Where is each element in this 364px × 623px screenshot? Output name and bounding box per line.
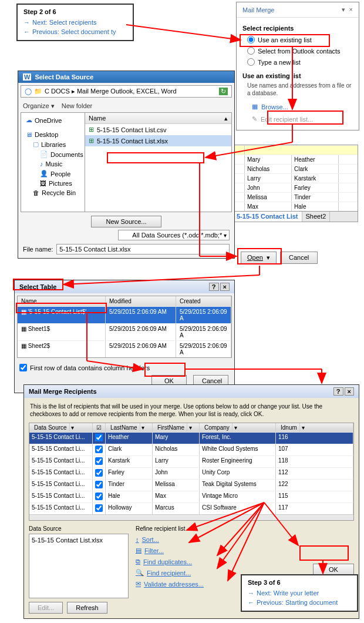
validate-icon: ✉ bbox=[136, 580, 141, 588]
step3-next-label: Next: Write your letter bbox=[257, 589, 319, 597]
sheet-tab-2[interactable]: Sheet2 bbox=[302, 212, 331, 222]
mmr-scrollbar[interactable] bbox=[29, 514, 353, 520]
tree-recycle[interactable]: 🗑Recycle Bin bbox=[23, 188, 82, 197]
step2-next-label: Next: Select recipients bbox=[32, 19, 96, 26]
radio-outlook-label: Select from Outlook contacts bbox=[258, 48, 341, 55]
select-data-source-window: WSelect Data Source ◯📁C DOCS ▸ Mail Merg… bbox=[18, 71, 235, 259]
close-icon[interactable]: × bbox=[345, 387, 354, 396]
arrow-left-icon: ← bbox=[248, 599, 254, 606]
first-row-label: First row of data contains column header… bbox=[30, 364, 150, 371]
radio-new-list[interactable]: Type a new list bbox=[242, 56, 353, 68]
excel-icon: ⊞ bbox=[89, 137, 94, 145]
highlight-select-table-title bbox=[13, 279, 63, 290]
music-icon: ♪ bbox=[40, 160, 43, 168]
file-xlsx[interactable]: ⊞5-15-15 Contact List.xlsx bbox=[85, 135, 231, 146]
tree-onedrive[interactable]: ☁OneDrive bbox=[23, 115, 82, 125]
mm-pane-controls: ▾ × bbox=[342, 6, 353, 14]
step3-next[interactable]: →Next: Write your letter bbox=[248, 588, 351, 598]
highlight-xlsx bbox=[107, 152, 204, 163]
recipient-row[interactable]: 5-15-15 Contact Li...TinderMelissaTeak D… bbox=[29, 479, 353, 491]
step2-prev[interactable]: ←Previous: Select document ty bbox=[23, 27, 127, 36]
recipient-row[interactable]: 5-15-15 Contact Li...KarstarkLarryRoster… bbox=[29, 455, 353, 467]
cloud-icon: ☁ bbox=[26, 116, 32, 124]
cancel-button[interactable]: Cancel bbox=[280, 252, 318, 264]
close-icon[interactable]: × bbox=[220, 283, 230, 291]
ds-listbox[interactable]: 5-15-15 Contact List.xlsx bbox=[29, 534, 129, 598]
file-filter-dropdown[interactable]: All Data Sources (*.odc;*.mdb;* ▾ bbox=[118, 230, 230, 240]
tree-music[interactable]: ♪Music bbox=[23, 159, 82, 169]
mmr-grid[interactable]: Data Source ▾ ☑ LastName ▾ FirstName ▾ C… bbox=[29, 423, 354, 521]
excel-icon: ⊞ bbox=[89, 126, 94, 133]
help-icon[interactable]: ? bbox=[333, 387, 343, 396]
mmr-titlebar: Mail Merge Recipients?× bbox=[24, 385, 359, 398]
tree-desktop[interactable]: 🖥Desktop bbox=[23, 130, 82, 139]
highlight-table-row bbox=[16, 303, 107, 313]
refine-label: Refine recipient list bbox=[136, 525, 306, 532]
mmr-description: This is the list of recipients that will… bbox=[24, 398, 359, 423]
recycle-icon: 🗑 bbox=[33, 189, 39, 196]
sds-titlebar: WSelect Data Source bbox=[18, 71, 234, 83]
edit-icon: ✎ bbox=[252, 115, 257, 123]
step3-title: Step 3 of 6 bbox=[248, 579, 351, 586]
recipient-row[interactable]: 5-15-15 Contact Li...FarleyJohnUnity Cor… bbox=[29, 467, 353, 479]
sds-toolbar: Organize ▾ New folder bbox=[18, 100, 234, 112]
sheet-tab-1[interactable]: 5-15-15 Contact List bbox=[233, 212, 302, 222]
step3-prev[interactable]: ←Previous: Starting document bbox=[248, 598, 351, 607]
tree-people[interactable]: 👤People bbox=[23, 169, 82, 179]
refresh-icon[interactable]: ↻ bbox=[219, 88, 228, 95]
radio-new-label: Type a new list bbox=[258, 59, 301, 66]
new-source-button[interactable]: New Source... bbox=[91, 216, 161, 227]
radio-outlook-input[interactable] bbox=[247, 47, 255, 55]
filter-link[interactable]: ▤Filter... bbox=[136, 545, 306, 556]
sds-title: Select Data Source bbox=[35, 73, 93, 81]
mmr-title: Mail Merge Recipients bbox=[29, 388, 97, 395]
help-icon[interactable]: ? bbox=[209, 283, 219, 291]
duplicate-icon: ⧉ bbox=[136, 558, 140, 565]
back-icon[interactable]: ◯ bbox=[25, 88, 32, 95]
tree-libraries[interactable]: ▢Libraries bbox=[23, 139, 82, 149]
organize-menu[interactable]: Organize ▾ bbox=[23, 102, 55, 110]
highlight-open bbox=[237, 248, 282, 264]
recipient-row[interactable]: 5-15-15 Contact Li...HaleMaxVintage Micr… bbox=[29, 491, 353, 503]
arrow-right-icon: → bbox=[248, 589, 254, 597]
browse-label: Browse... bbox=[261, 103, 288, 110]
ds-label: Data Source bbox=[29, 525, 129, 532]
select-table-dialog: Select Table?× Name Modified Created ▦ '… bbox=[14, 280, 235, 393]
step2-title: Step 2 of 6 bbox=[23, 8, 127, 15]
step3-prev-label: Previous: Starting document bbox=[257, 599, 338, 606]
table-row[interactable]: ▦ Sheet2$5/29/2015 2:06:09 AM5/29/2015 2… bbox=[18, 340, 231, 357]
mm-select-recipients-label: Select recipients bbox=[242, 25, 353, 32]
mmr-controls: ?× bbox=[333, 387, 354, 396]
step2-next[interactable]: →Next: Select recipients bbox=[23, 18, 127, 27]
new-folder-button[interactable]: New folder bbox=[62, 102, 93, 110]
find-dup-link[interactable]: ⧉Find duplicates... bbox=[136, 556, 306, 567]
ds-edit-button: Edit... bbox=[29, 602, 63, 614]
highlight-browse bbox=[267, 110, 343, 125]
radio-new-input[interactable] bbox=[247, 58, 255, 66]
file-csv[interactable]: ⊞5-15-15 Contact List.csv bbox=[85, 124, 231, 135]
people-icon: 👤 bbox=[40, 170, 48, 177]
st-controls: ?× bbox=[209, 283, 230, 291]
recipient-row[interactable]: 5-15-15 Contact Li...HollowayMarcusCSI S… bbox=[29, 503, 353, 514]
folder-icon: 📁 bbox=[34, 88, 42, 95]
sds-breadcrumb[interactable]: ◯📁C DOCS ▸ Mail Merge Outlook, EXCEL, Wo… bbox=[21, 85, 232, 98]
arrow-left-icon: ← bbox=[23, 28, 30, 35]
table-row[interactable]: ▦ Sheet1$5/29/2015 2:06:09 AM5/29/2015 2… bbox=[18, 323, 231, 340]
step2-box: Step 2 of 6 →Next: Select recipients ←Pr… bbox=[16, 4, 134, 41]
sort-link[interactable]: ↕Sort... bbox=[136, 534, 306, 545]
first-row-headers[interactable]: First row of data contains column header… bbox=[15, 360, 234, 375]
recipient-row[interactable]: 5-15-15 Contact Li...ClarkNicholasWhite … bbox=[29, 444, 353, 455]
recipient-row[interactable]: 5-15-15 Contact Li...HeatherMaryForest, … bbox=[29, 432, 353, 444]
mmr-ok-button[interactable]: OK bbox=[313, 564, 354, 575]
folder-tree[interactable]: ☁OneDrive 🖥Desktop ▢Libraries 📄Documents… bbox=[21, 112, 85, 212]
svg-line-1 bbox=[126, 25, 241, 40]
file-list-header[interactable]: Name ▴ bbox=[85, 113, 231, 124]
mmr-header[interactable]: Data Source ▾ ☑ LastName ▾ FirstName ▾ C… bbox=[29, 423, 353, 432]
tree-pictures[interactable]: 🖼Pictures bbox=[23, 179, 82, 188]
doc-icon: 📄 bbox=[40, 150, 48, 158]
tree-documents[interactable]: 📄Documents bbox=[23, 149, 82, 159]
first-row-checkbox[interactable] bbox=[19, 364, 27, 371]
filename-input[interactable] bbox=[56, 244, 230, 254]
ds-refresh-button[interactable]: Refresh bbox=[67, 602, 107, 614]
mm-use-existing-label: Use an existing list bbox=[242, 72, 353, 79]
